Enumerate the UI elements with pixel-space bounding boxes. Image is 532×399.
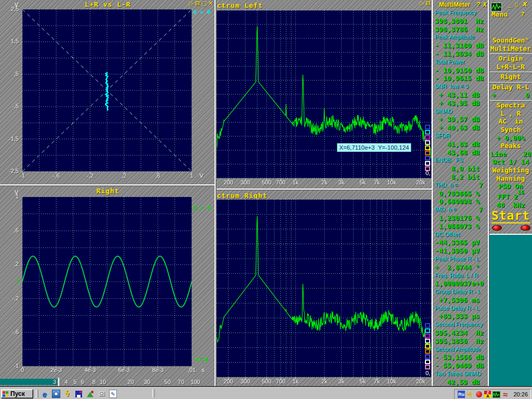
start-measure-button[interactable]: Start [489, 209, 532, 222]
menu-help-button[interactable]: ? [521, 10, 525, 19]
menu-item-origin[interactable]: Origin [489, 55, 532, 63]
menu-item-weighting[interactable]: Weighting [489, 166, 532, 175]
legend-color-swatch[interactable] [425, 354, 430, 359]
menu-item-peaks[interactable]: Peaks [489, 142, 532, 150]
analyzer-tray-icon[interactable] [493, 391, 500, 398]
menu-item-psd-on[interactable]: PSD On [489, 182, 532, 191]
menu-item-ac-in[interactable]: AC in [489, 117, 532, 126]
legend-color-swatch[interactable] [425, 140, 430, 145]
multimeter-value: 1,230176 % [433, 214, 488, 222]
lissajous-plot[interactable] [22, 9, 192, 175]
legend-color-swatch[interactable] [425, 349, 430, 354]
legend-color-swatch[interactable] [425, 145, 430, 150]
minimize-button[interactable]: _ [508, 1, 511, 8]
legend-color-swatch[interactable] [425, 344, 430, 349]
slider-tick: 100 [189, 379, 202, 385]
menu-item-soundgen-[interactable]: SoundGen° [489, 36, 532, 45]
volume-icon[interactable] [466, 391, 474, 398]
spectrum-left-legend [425, 125, 431, 172]
taskbar-divider-2[interactable] [152, 389, 155, 397]
legend-color-swatch[interactable] [425, 130, 430, 135]
legend-color-swatch[interactable] [425, 135, 430, 140]
multimeter-value: - 10,9150 dB [433, 66, 488, 75]
waveform-x-tick: 4e-3 [82, 367, 98, 373]
multimeter-value: 395,3856 Hz [433, 337, 488, 345]
menu-item-fft-2[interactable]: FFT 216 [489, 191, 532, 201]
slider-tick: 20 [125, 379, 137, 385]
language-indicator[interactable]: Ru [457, 391, 465, 398]
floppy-save-icon[interactable] [74, 390, 83, 398]
multimeter-label: DC Offset [433, 231, 488, 239]
multimeter-label: SFDR [433, 132, 488, 140]
slider-scale: 345681020305070100 [0, 379, 216, 386]
zonealarm-icon[interactable]: Z A [484, 391, 491, 398]
multimeter-close-button[interactable]: X [483, 1, 487, 8]
lissajous-x-tick: -,2 [82, 172, 98, 179]
spectrum-right-corner-label: 0, [425, 370, 430, 376]
spectrum-x-tick: 7k [369, 179, 384, 185]
waveform-plot[interactable] [22, 197, 192, 369]
spectrum-left-plot[interactable] [217, 10, 431, 181]
legend-color-swatch[interactable] [425, 339, 430, 343]
windows-start-button[interactable]: Пуск [1, 389, 33, 398]
legend-color-swatch[interactable] [425, 156, 430, 161]
menu-item-multimeter[interactable]: MultiMeter [489, 45, 532, 53]
spectrum-right-plot[interactable] [217, 200, 431, 380]
spectrum-right-legend [425, 323, 431, 371]
spectrum-x-tick: 20k [413, 378, 429, 384]
menu-item-hanning[interactable]: Hanning [489, 175, 532, 183]
winamp-icon[interactable]: ϟ [63, 390, 72, 398]
legend-color-swatch[interactable] [425, 125, 430, 129]
system-tray: Ru Z A ≈ 20:2 [454, 389, 531, 399]
multimeter-readouts: Peak Frequency398,3801 Hz398,3786 HzPeak… [433, 9, 488, 394]
multimeter-label: Second Amplitude [433, 345, 488, 354]
menu-item-l-r[interactable]: L , R [489, 110, 532, 118]
lissajous-window-controls[interactable]: ▷⊟□✕ [189, 0, 215, 7]
maximize-button[interactable]: ▯ [515, 1, 518, 8]
multimeter-value: +7,5306 ms [433, 296, 488, 304]
clock[interactable]: 20:26 [513, 391, 528, 397]
menu-item-line-20[interactable]: Line 20 [489, 150, 532, 158]
legend-color-swatch[interactable] [425, 161, 430, 166]
waveform-y-tick: 1 [1, 193, 19, 200]
menu-button[interactable]: Menu [491, 10, 508, 19]
lissajous-y-ticks: 2,51,5,5-,5-1,5-2,5 [1, 9, 20, 171]
menu-item-48-khz[interactable]: 48 kHz [489, 201, 532, 209]
imaging-icon[interactable] [51, 390, 60, 398]
divider-left-column [0, 184, 215, 185]
zoom-slider[interactable]: 345681020305070100 [0, 378, 216, 387]
menu-item-l-r-l-r[interactable]: L+R~L-R [489, 63, 532, 71]
close-button[interactable]: X [522, 1, 526, 8]
menu-item-spectra[interactable]: Spectra [489, 101, 532, 110]
antivirus-icon[interactable] [475, 391, 483, 398]
status-led-right [521, 225, 530, 231]
menu-item-oct-1-14[interactable]: Oct 1/ 14 [489, 158, 532, 166]
legend-color-swatch[interactable] [425, 328, 430, 333]
legend-color-swatch[interactable] [425, 365, 430, 369]
menu-item-delay-value[interactable]: +0 [489, 91, 532, 100]
divider-multimeter-menu [488, 0, 489, 387]
legend-color-swatch[interactable] [425, 151, 430, 155]
notes-icon[interactable]: ✎ [109, 390, 117, 398]
mail-icon[interactable]: ✉ [97, 390, 106, 398]
multimeter-label: Second Frequency [433, 321, 488, 329]
dialup-icon[interactable]: ≈ [501, 391, 509, 398]
internet-explorer-icon[interactable]: e [40, 390, 49, 398]
spectrum-left-window-controls[interactable]: ▷⊟ [420, 0, 432, 7]
menu-item-delay-r-l[interactable]: Delay R-L [489, 83, 532, 91]
legend-color-swatch[interactable] [425, 323, 430, 328]
media-icon[interactable] [86, 390, 95, 398]
legend-color-swatch[interactable] [425, 360, 430, 364]
legend-color-swatch[interactable] [425, 334, 430, 338]
taskbar-divider[interactable] [36, 390, 38, 398]
menu-item--0-00-[interactable]: + 0,00% [489, 134, 532, 142]
multimeter-help-button[interactable]: ? [476, 1, 480, 8]
waveform-corner-icons[interactable]: ◀⊓● [194, 356, 210, 362]
spectrum-x-tick: 700 [273, 179, 288, 185]
multimeter-label: Pulse Delay R - L [433, 304, 488, 313]
menu-item-synch[interactable]: Synch [489, 126, 532, 134]
lissajous-x-unit: V [200, 172, 203, 179]
menu-item-right[interactable]: Right [489, 73, 532, 81]
spectrum-x-tick: 500 [259, 179, 274, 185]
multimeter-label: Freq. Ratio L / R [433, 272, 488, 280]
